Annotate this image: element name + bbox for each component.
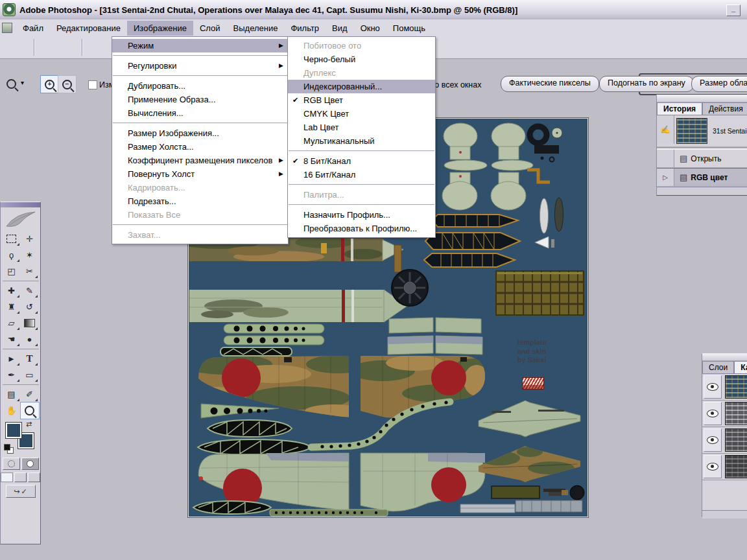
tab-layers[interactable]: Слои (702, 361, 734, 373)
history-snapshot-row[interactable]: ✍ 31st Sentai-2 (657, 115, 747, 147)
full-screen-mode-button[interactable] (28, 472, 40, 482)
visibility-toggle[interactable] (704, 428, 722, 452)
clone-stamp-tool[interactable]: ♜ (3, 299, 21, 315)
zoom-out-button[interactable]: − (58, 75, 77, 93)
menu-item-trim[interactable]: Подрезать... (112, 194, 288, 208)
menu-item-adjustments[interactable]: Регулировки▶ (112, 59, 288, 73)
actual-pixels-button[interactable]: Фактические пикселы (501, 76, 599, 92)
quick-mask-mode-button[interactable] (21, 458, 39, 470)
channel-thumbnail-rgb[interactable] (725, 375, 747, 399)
channel-thumbnail-green[interactable] (725, 428, 747, 452)
menu-item-mode[interactable]: Режим▶ (112, 39, 288, 52)
menu-select[interactable]: Выделение (227, 21, 285, 36)
menu-item-pixel-aspect-ratio[interactable]: Коэффициент размещения пикселов▶ (112, 154, 288, 167)
menu-image[interactable]: Изображение (127, 21, 193, 36)
crop-tool[interactable]: ◰ (3, 263, 21, 279)
swap-colors-icon[interactable]: ⇄ (26, 420, 32, 428)
standard-screen-mode-button[interactable] (1, 472, 13, 482)
jump-to-imageready-button[interactable]: ↪ ✓ (6, 485, 36, 498)
channel-row-rgb[interactable] (702, 374, 747, 401)
menu-item-rotate-canvas[interactable]: Повернуть Холст▶ (112, 167, 288, 181)
zoom-in-button[interactable]: + (40, 75, 59, 93)
channel-thumbnail-blue[interactable] (725, 455, 747, 478)
visibility-toggle[interactable] (704, 455, 722, 478)
slice-tool[interactable]: ✂ (21, 263, 39, 279)
menu-item-assign-profile[interactable]: Назначить Профиль... (288, 208, 435, 222)
tab-channels[interactable]: Каналы (734, 361, 747, 373)
menu-item-grayscale[interactable]: Черно-белый (288, 52, 435, 66)
foreground-color-swatch[interactable] (5, 422, 22, 439)
healing-brush-tool[interactable]: ✚ (3, 283, 21, 299)
channels-palette-title-bar[interactable] (702, 354, 747, 361)
eyedropper-tool[interactable]: ✐ (21, 386, 39, 402)
type-tool[interactable]: T (21, 351, 39, 367)
dodge-tool[interactable]: ● (21, 331, 39, 347)
channel-row-red[interactable] (702, 401, 747, 427)
menu-item-convert-to-profile[interactable]: Преобразовать к Профилю... (288, 222, 435, 235)
shape-tool[interactable]: ▭ (21, 367, 39, 383)
magic-wand-icon: ✶ (26, 250, 33, 260)
resize-windows-checkbox[interactable] (88, 80, 97, 89)
document-window-icon[interactable] (2, 23, 12, 33)
menu-item-multichannel[interactable]: Мультиканальный (288, 134, 435, 148)
default-colors-icon[interactable] (4, 444, 13, 452)
gradient-tool[interactable] (21, 315, 39, 331)
pen-tool[interactable]: ✒ (3, 367, 21, 383)
menu-item-lab-color[interactable]: Lab Цвет (288, 121, 435, 134)
menu-view[interactable]: Вид (326, 21, 354, 36)
minimize-button[interactable]: _ (726, 5, 741, 16)
standard-mode-button[interactable] (3, 458, 20, 470)
smudge-tool[interactable]: ☚ (3, 331, 21, 347)
tab-actions[interactable]: Действия (702, 102, 747, 115)
history-palette-title-bar[interactable] (657, 95, 747, 102)
brush-tool[interactable]: ✎ (21, 283, 39, 299)
menu-filter[interactable]: Фильтр (284, 21, 326, 36)
menu-help[interactable]: Помощь (386, 21, 432, 36)
eraser-tool[interactable]: ▱ (3, 315, 21, 331)
visibility-toggle[interactable] (704, 375, 722, 399)
lasso-tool[interactable]: ϙ (3, 247, 21, 263)
tab-history[interactable]: История (657, 102, 702, 115)
menu-item-calculations[interactable]: Вычисления... (112, 106, 288, 120)
snapshot-thumbnail[interactable] (676, 118, 707, 144)
menu-item-apply-image[interactable]: Применение Образа... (112, 93, 288, 106)
pen-icon: ✒ (8, 370, 15, 380)
slice-icon: ✂ (26, 266, 33, 276)
visibility-toggle[interactable] (704, 402, 722, 425)
notes-tool[interactable]: ▤ (3, 386, 21, 402)
menu-item-image-size[interactable]: Размер Изображения... (112, 126, 288, 140)
path-selection-tool[interactable]: ► (3, 351, 21, 367)
toolbox-title-bar[interactable] (1, 202, 40, 207)
menu-item-16-bits[interactable]: 16 Бит/Канал (288, 168, 435, 181)
tool-preset-caret-icon[interactable]: ▾ (21, 79, 24, 86)
history-state-rgb[interactable]: ▷ ▤ RGB цвет (657, 168, 747, 187)
menu-edit[interactable]: Редактирование (50, 21, 127, 36)
menu-window[interactable]: Окно (354, 21, 386, 36)
menu-item-canvas-size[interactable]: Размер Холста... (112, 140, 288, 154)
move-tool[interactable]: ✛ (21, 231, 39, 247)
history-brush-tool[interactable]: ↺ (21, 299, 39, 315)
menu-item-rgb-color[interactable]: ✔RGB Цвет (288, 93, 435, 107)
magic-wand-tool[interactable]: ✶ (21, 247, 39, 263)
history-state-open[interactable]: ▤ Открыть (657, 150, 747, 168)
menu-item-cmyk-color[interactable]: CMYK Цвет (288, 107, 435, 121)
zoom-tool-icon[interactable] (6, 79, 16, 89)
menu-file[interactable]: Файл (16, 21, 50, 36)
full-screen-menubar-mode-button[interactable] (14, 472, 27, 482)
channel-thumbnail-red[interactable] (725, 402, 747, 425)
snapshot-brush-cell[interactable]: ✍ (657, 115, 674, 144)
zoom-tool[interactable] (21, 402, 39, 419)
channel-row-blue[interactable] (702, 454, 747, 480)
menu-item-8-bits[interactable]: ✔8 Бит/Канал (288, 154, 435, 168)
history-source-well[interactable] (657, 150, 674, 167)
menu-item-duplicate[interactable]: Дублировать... (112, 79, 288, 93)
channel-row-green[interactable] (702, 427, 747, 454)
print-size-button[interactable]: Размер области печати (691, 76, 747, 92)
menu-layer[interactable]: Слой (193, 21, 227, 36)
hand-tool[interactable]: ✋ (3, 402, 21, 419)
history-source-well[interactable]: ▷ (657, 169, 674, 186)
rectangular-marquee-tool[interactable] (3, 231, 21, 247)
fit-on-screen-button[interactable]: Подогнать по экрану (599, 76, 694, 92)
dodge-icon: ● (27, 334, 32, 344)
menu-item-indexed-color[interactable]: Индексированный... (288, 80, 435, 93)
